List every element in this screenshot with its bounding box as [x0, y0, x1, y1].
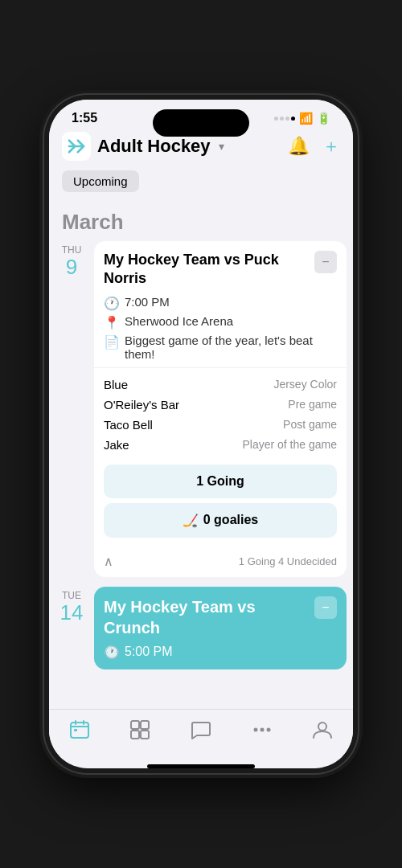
goalie-icon: 🏒 [183, 513, 199, 528]
goalies-label: 0 goalies [203, 513, 258, 527]
day-num-1: 9 [66, 256, 77, 279]
time-row: 🕐 7:00 PM [104, 295, 337, 311]
postgame-label: Post game [283, 418, 337, 431]
signal-dot-1 [274, 117, 278, 121]
nav-item-chat[interactable] [181, 716, 221, 743]
svg-rect-1 [71, 723, 88, 738]
going-button[interactable]: 1 Going [104, 465, 337, 498]
footer-status: 1 Going 4 Undecided [239, 555, 337, 567]
teal-time-row: 🕐 5:00 PM [104, 645, 337, 660]
day-num-2: 14 [60, 601, 84, 624]
goalies-button[interactable]: 🏒 0 goalies [104, 503, 337, 538]
date-col-2: TUE 14 [55, 587, 88, 669]
chevron-down-icon[interactable]: ▾ [219, 140, 224, 153]
clock-icon: 🕐 [104, 296, 120, 311]
battery-icon: 🔋 [317, 112, 330, 125]
svg-point-11 [260, 728, 264, 732]
date-col-1: THU 9 [55, 241, 88, 577]
day-label-2: TUE [62, 590, 81, 601]
signal-dot-3 [285, 117, 289, 121]
collapse-button-2[interactable]: − [314, 596, 337, 619]
app-title: Adult Hockey [97, 136, 211, 157]
svg-rect-5 [74, 729, 77, 731]
minus-icon-1: − [322, 255, 329, 269]
phone-frame: 1:55 📶 🔋 [44, 95, 358, 773]
card-header-1: My Hockey Team vs Puck Norris − [94, 241, 347, 292]
wifi-icon: 📶 [299, 112, 313, 125]
nav-item-more[interactable] [242, 716, 282, 743]
profile-icon [312, 719, 333, 740]
card-details-1: 🕐 7:00 PM 📍 Sherwood Ice Arena 📄 Biggest… [94, 292, 347, 367]
pregame-value: O'Reiley's Bar [104, 398, 179, 411]
day-label-1: THU [62, 244, 82, 256]
svg-rect-8 [131, 731, 139, 739]
teal-card-header: My Hockey Team vs Crunch − [104, 596, 337, 638]
game-card-1: My Hockey Team vs Puck Norris − 🕐 7:00 P… [94, 241, 347, 577]
more-icon [252, 719, 273, 740]
postgame-row: Taco Bell Post game [104, 415, 337, 435]
teal-clock-icon: 🕐 [104, 645, 120, 660]
postgame-value: Taco Bell [104, 418, 153, 432]
chat-icon [191, 719, 211, 740]
teal-game-time: 5:00 PM [125, 645, 173, 659]
svg-rect-6 [131, 721, 139, 729]
jersey-value: Blue [104, 378, 128, 391]
nav-item-calendar[interactable] [59, 716, 100, 743]
note-row: 📄 Biggest game of the year, let's beat t… [104, 334, 337, 361]
jersey-row: Blue Jersey Color [104, 375, 337, 395]
add-icon[interactable]: ＋ [322, 134, 340, 158]
game-title-2: My Hockey Team vs Crunch [104, 596, 314, 638]
footer-chevron-icon[interactable]: ∧ [104, 554, 113, 569]
calendar-icon [69, 719, 90, 740]
game-note: Biggest game of the year, let's beat the… [125, 334, 337, 361]
game-title-1: My Hockey Team vs Puck Norris [104, 251, 308, 289]
collapse-button-1[interactable]: − [314, 251, 337, 273]
bottom-nav [49, 709, 353, 760]
status-time: 1:55 [72, 111, 97, 125]
home-indicator [147, 764, 255, 768]
svg-point-12 [266, 728, 270, 732]
location-icon: 📍 [104, 315, 120, 330]
minus-icon-2: − [322, 600, 329, 615]
game-time: 7:00 PM [125, 295, 170, 309]
pregame-row: O'Reiley's Bar Pre game [104, 395, 337, 415]
player-label: Player of the game [242, 438, 337, 451]
filter-bar: Upcoming [49, 167, 353, 200]
nav-item-grid[interactable] [120, 716, 160, 743]
header-actions: 🔔 ＋ [288, 134, 340, 158]
signal-dot-4 [291, 117, 295, 121]
card-meta-1: Blue Jersey Color O'Reiley's Bar Pre gam… [94, 367, 347, 458]
phone-screen: 1:55 📶 🔋 [49, 100, 353, 768]
grid-icon [129, 719, 150, 740]
status-icons: 📶 🔋 [274, 112, 330, 125]
svg-point-10 [253, 728, 257, 732]
svg-rect-9 [141, 731, 149, 739]
location-row: 📍 Sherwood Ice Arena [104, 314, 337, 330]
month-heading: March [49, 200, 353, 241]
nav-item-profile[interactable] [302, 716, 343, 743]
signal-dot-2 [280, 117, 284, 121]
main-content: March THU 9 My Hockey Team vs Puck Norri… [49, 200, 353, 709]
signal-dots [274, 117, 295, 121]
card-actions-1: 1 Going 🏒 0 goalies [94, 458, 347, 549]
upcoming-filter-tab[interactable]: Upcoming [62, 170, 139, 192]
pregame-label: Pre game [288, 398, 337, 411]
dynamic-island [153, 109, 249, 137]
player-row: Jake Player of the game [104, 435, 337, 455]
game-section-1: THU 9 My Hockey Team vs Puck Norris − 🕐 … [49, 241, 353, 587]
game-card-2: My Hockey Team vs Crunch − 🕐 5:00 PM [94, 587, 347, 669]
app-logo [62, 132, 91, 161]
note-icon: 📄 [104, 334, 120, 350]
bell-icon[interactable]: 🔔 [288, 136, 310, 157]
game-location: Sherwood Ice Arena [125, 314, 233, 328]
card-footer-1: ∧ 1 Going 4 Undecided [94, 549, 347, 577]
jersey-label: Jersey Color [273, 378, 337, 391]
player-value: Jake [104, 438, 129, 452]
svg-point-13 [318, 723, 326, 731]
game-section-2: TUE 14 My Hockey Team vs Crunch − 🕐 5:00… [49, 587, 353, 679]
svg-rect-7 [141, 721, 149, 729]
